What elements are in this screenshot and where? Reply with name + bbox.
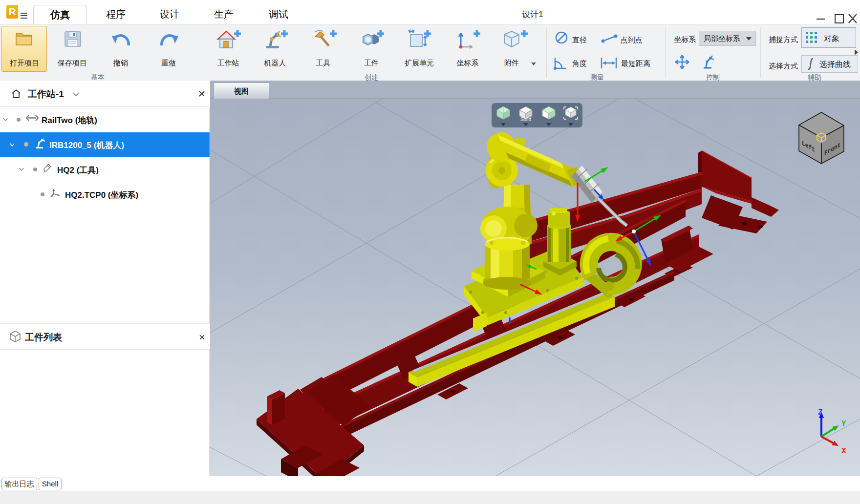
svg-text:Y: Y	[841, 420, 846, 428]
svg-text:X: X	[841, 447, 846, 456]
svg-text:Solid: Solid	[520, 117, 531, 122]
svg-text:Z: Z	[818, 408, 823, 417]
